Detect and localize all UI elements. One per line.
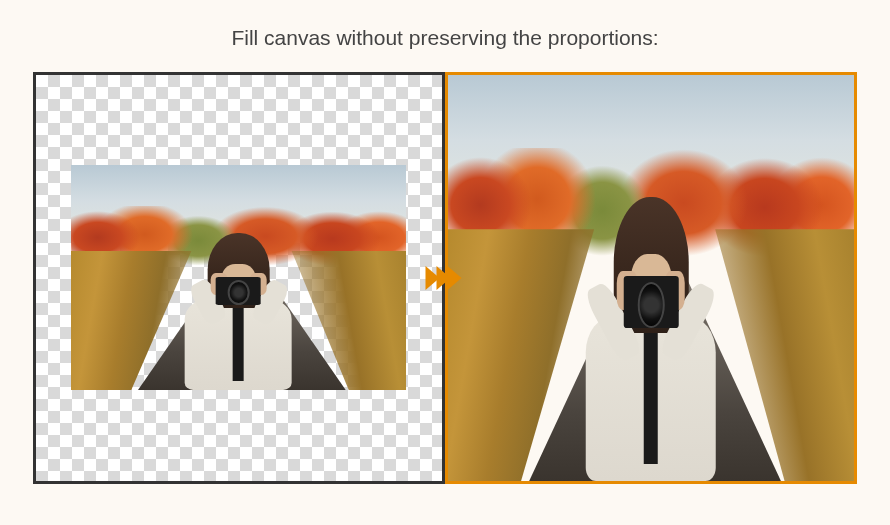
transform-arrow-icon <box>429 266 462 290</box>
original-image <box>71 165 406 390</box>
photo-scene <box>448 75 854 481</box>
photo-scene <box>71 165 406 390</box>
after-panel <box>445 72 857 484</box>
page-title: Fill canvas without preserving the propo… <box>231 26 658 50</box>
before-panel <box>33 72 445 484</box>
comparison-panels <box>33 72 857 484</box>
chevron-right-icon <box>448 266 462 290</box>
stretched-image <box>448 75 854 481</box>
